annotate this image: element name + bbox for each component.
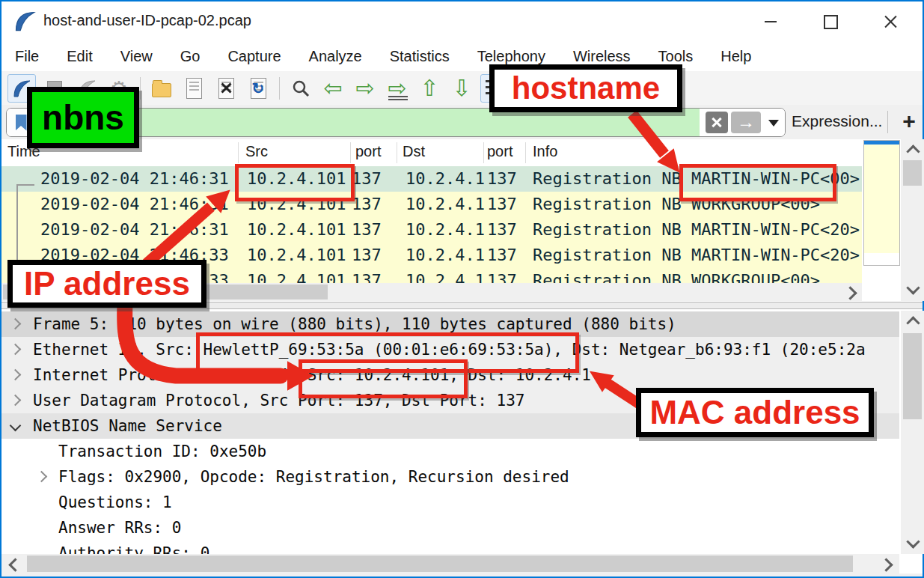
close-file-icon[interactable] bbox=[212, 75, 239, 102]
bookmark-icon bbox=[16, 115, 27, 131]
titlebar: host-and-user-ID-pcap-02.pcap bbox=[1, 1, 923, 40]
column-separator[interactable] bbox=[397, 142, 397, 163]
maximize-button[interactable] bbox=[804, 3, 857, 40]
chevron-down-icon[interactable] bbox=[10, 420, 22, 432]
down-arrow-icon: ⇩ bbox=[452, 77, 471, 100]
go-top-icon[interactable]: ⇧ bbox=[416, 75, 443, 102]
menu-edit[interactable]: Edit bbox=[67, 48, 92, 65]
detail-text: Authority RRs: 0 bbox=[58, 541, 209, 554]
chevron-right-icon[interactable] bbox=[10, 369, 22, 381]
column-separator[interactable] bbox=[238, 142, 239, 163]
go-forward-icon[interactable]: ⇨ bbox=[352, 75, 379, 102]
scroll-thumb[interactable] bbox=[903, 333, 922, 419]
details-hscrollbar[interactable] bbox=[1, 554, 899, 574]
chevron-right-icon[interactable] bbox=[10, 395, 22, 407]
menu-view[interactable]: View bbox=[120, 48, 153, 65]
scroll-left-icon[interactable] bbox=[8, 558, 22, 571]
go-back-icon[interactable]: ⇦ bbox=[319, 75, 346, 102]
detail-row[interactable]: Transaction ID: 0xe50b bbox=[1, 439, 899, 464]
detail-row[interactable]: Questions: 1 bbox=[1, 490, 899, 515]
menu-wireless[interactable]: Wireless bbox=[573, 48, 631, 65]
expression-button[interactable]: Expression... bbox=[792, 105, 882, 139]
detail-row[interactable]: Authority RRs: 0 bbox=[1, 541, 899, 554]
chevron-right-icon[interactable] bbox=[36, 471, 48, 483]
col-header-src[interactable]: Src bbox=[245, 143, 268, 160]
cell-dport: 137 bbox=[487, 217, 517, 243]
toolbar-separator bbox=[279, 77, 280, 100]
scroll-thumb[interactable] bbox=[903, 160, 922, 186]
detail-text: Questions: 1 bbox=[58, 490, 172, 515]
scroll-thumb[interactable] bbox=[27, 556, 853, 572]
scroll-right-icon[interactable] bbox=[879, 558, 893, 571]
intelligent-scrollbar-minimap[interactable] bbox=[863, 140, 900, 266]
annotation-mac-label: MAC address bbox=[636, 388, 874, 437]
highlight-box-src-ip bbox=[235, 164, 355, 201]
detail-text: Flags: 0x2900, Opcode: Registration, Rec… bbox=[58, 464, 569, 490]
highlight-box-hostname bbox=[679, 164, 836, 201]
column-separator[interactable] bbox=[350, 142, 351, 163]
wireshark-logo-icon bbox=[13, 10, 36, 32]
maximize-icon bbox=[824, 15, 838, 29]
menu-go[interactable]: Go bbox=[180, 48, 201, 65]
scroll-up-icon[interactable] bbox=[906, 144, 920, 158]
filter-apply-button[interactable]: → bbox=[731, 112, 761, 133]
menu-tools[interactable]: Tools bbox=[658, 48, 694, 65]
filter-clear-button[interactable] bbox=[706, 112, 728, 133]
menu-file[interactable]: File bbox=[15, 48, 39, 65]
col-header-dst[interactable]: Dst bbox=[403, 143, 425, 160]
filter-dropdown-caret[interactable] bbox=[768, 120, 779, 132]
packet-row[interactable]: 2019-02-04 21:46:3110.2.4.10113710.2.4.1… bbox=[1, 217, 862, 243]
right-arrow-icon: ⇨ bbox=[355, 77, 374, 100]
scroll-down-icon[interactable] bbox=[906, 281, 920, 294]
find-packet-icon[interactable] bbox=[287, 75, 314, 102]
cell-info: Registration NB WORKGROUP<00> bbox=[533, 268, 860, 283]
scroll-right-icon[interactable] bbox=[843, 286, 857, 299]
chevron-right-icon[interactable] bbox=[10, 344, 22, 356]
cell-time: 2019-02-04 21:46:31 bbox=[40, 217, 229, 243]
scroll-down-icon[interactable] bbox=[906, 535, 920, 548]
cell-dst: 10.2.4.1 bbox=[406, 268, 485, 283]
cell-sport: 137 bbox=[352, 166, 382, 192]
open-file-icon[interactable] bbox=[148, 75, 175, 102]
reload-file-icon[interactable]: ↻ bbox=[245, 75, 272, 102]
menu-help[interactable]: Help bbox=[720, 48, 751, 65]
col-header-dport[interactable]: port bbox=[487, 143, 513, 160]
add-filter-button[interactable]: + bbox=[896, 105, 922, 139]
menu-capture[interactable]: Capture bbox=[227, 48, 281, 65]
x-mark-icon bbox=[220, 82, 233, 94]
document-icon bbox=[218, 78, 234, 99]
chevron-right-icon[interactable] bbox=[10, 318, 22, 330]
column-separator[interactable] bbox=[483, 142, 484, 163]
detail-text: NetBIOS Name Service bbox=[33, 413, 222, 439]
menu-statistics[interactable]: Statistics bbox=[390, 48, 450, 65]
magnifier-icon bbox=[291, 79, 310, 98]
go-bottom-icon[interactable]: ⇩ bbox=[448, 75, 475, 102]
close-button[interactable] bbox=[864, 3, 917, 40]
window-title: host-and-user-ID-pcap-02.pcap bbox=[43, 1, 251, 40]
minimize-button[interactable] bbox=[744, 3, 797, 40]
save-file-icon[interactable] bbox=[180, 75, 207, 102]
main-toolbar: ⚙ ↻ ⇦ ⇨ ⇨ ⇧ ⇩ bbox=[1, 71, 923, 106]
detail-text: Answer RRs: 0 bbox=[58, 515, 181, 541]
packet-list-vscrollbar[interactable] bbox=[901, 139, 924, 301]
reload-arrow-icon: ↻ bbox=[251, 79, 266, 97]
cell-sport: 137 bbox=[352, 192, 382, 217]
menu-bar: FileEditViewGoCaptureAnalyzeStatisticsTe… bbox=[1, 41, 923, 71]
column-separator[interactable] bbox=[525, 142, 526, 163]
annotation-ip-label: IP address bbox=[7, 260, 206, 308]
cell-time: 2019-02-04 21:46:31 bbox=[40, 166, 229, 192]
detail-row[interactable]: Flags: 0x2900, Opcode: Registration, Rec… bbox=[1, 464, 899, 490]
close-icon bbox=[884, 15, 897, 28]
menu-analyze[interactable]: Analyze bbox=[309, 48, 362, 65]
details-vscrollbar[interactable] bbox=[901, 311, 924, 554]
cell-sport: 137 bbox=[352, 243, 382, 268]
cell-dport: 137 bbox=[487, 243, 517, 268]
col-header-info[interactable]: Info bbox=[533, 143, 557, 160]
menu-items: FileEditViewGoCaptureAnalyzeStatisticsTe… bbox=[15, 48, 751, 65]
menu-telephony[interactable]: Telephony bbox=[477, 48, 545, 65]
go-to-packet-icon[interactable]: ⇨ bbox=[384, 75, 411, 102]
scroll-up-icon[interactable] bbox=[906, 316, 920, 329]
cell-dst: 10.2.4.1 bbox=[406, 166, 485, 192]
col-header-sport[interactable]: port bbox=[355, 143, 381, 160]
detail-row[interactable]: Answer RRs: 0 bbox=[1, 515, 899, 541]
